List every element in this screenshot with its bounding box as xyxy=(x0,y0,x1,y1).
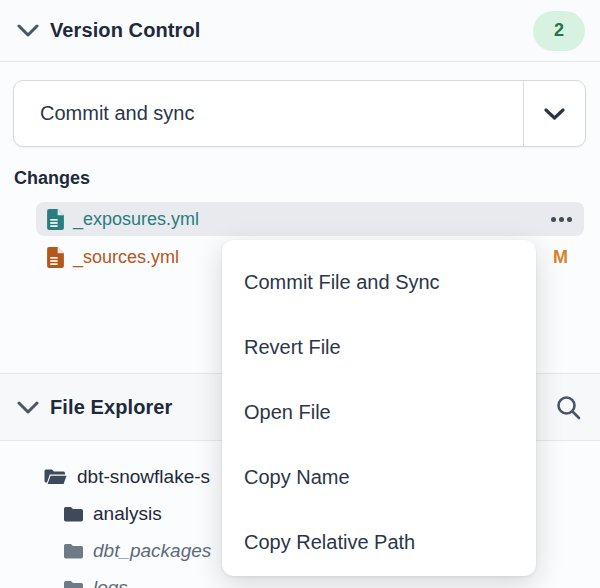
modified-status-badge: M xyxy=(553,247,576,268)
version-control-header[interactable]: Version Control 2 xyxy=(0,0,600,62)
ellipsis-icon[interactable] xyxy=(551,217,576,222)
search-button[interactable] xyxy=(550,389,586,425)
chevron-down-icon xyxy=(544,108,565,120)
changes-section-label: Changes xyxy=(14,168,90,189)
folder-icon xyxy=(64,580,83,588)
menu-item-commit-file-and-sync[interactable]: Commit File and Sync xyxy=(222,250,536,315)
tree-item-label: dbt_packages xyxy=(93,540,211,562)
changed-file-name[interactable]: _sources.yml xyxy=(73,247,179,268)
menu-item-revert-file[interactable]: Revert File xyxy=(222,315,536,380)
chevron-down-icon xyxy=(17,24,39,37)
folder-icon xyxy=(64,506,83,522)
changed-file-name[interactable]: _exposures.yml xyxy=(73,209,199,230)
tree-item-label: logs xyxy=(93,577,128,588)
file-explorer-title: File Explorer xyxy=(50,396,172,419)
changed-file-row-exposures[interactable]: _exposures.yml xyxy=(36,202,584,236)
file-document-icon xyxy=(47,247,64,268)
tree-item-label: analysis xyxy=(93,503,162,525)
commit-action-label[interactable]: Commit and sync xyxy=(14,81,523,146)
changes-count-badge: 2 xyxy=(533,11,585,51)
version-control-title: Version Control xyxy=(50,19,200,42)
tree-item-label: dbt-snowflake-s xyxy=(77,466,210,488)
commit-dropdown-toggle[interactable] xyxy=(523,81,585,146)
menu-item-open-file[interactable]: Open File xyxy=(222,380,536,445)
folder-icon xyxy=(64,543,83,559)
chevron-down-icon xyxy=(17,401,39,414)
search-icon xyxy=(555,394,582,421)
menu-item-copy-name[interactable]: Copy Name xyxy=(222,445,536,510)
file-context-menu: Commit File and Sync Revert File Open Fi… xyxy=(222,240,536,576)
file-document-icon xyxy=(47,209,64,230)
commit-and-sync-dropdown[interactable]: Commit and sync xyxy=(13,80,586,147)
folder-open-icon xyxy=(44,468,67,486)
ide-sidebar: Version Control 2 Commit and sync Change… xyxy=(0,0,600,588)
menu-item-copy-relative-path[interactable]: Copy Relative Path xyxy=(222,510,536,575)
